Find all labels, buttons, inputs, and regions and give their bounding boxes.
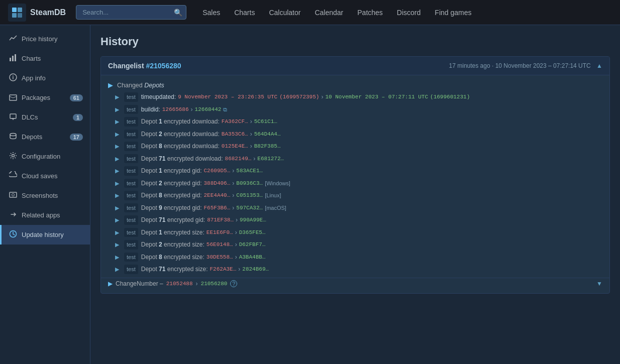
changelist-label: Changelist [108, 62, 146, 70]
sidebar-label-related-apps: Related apps [22, 211, 83, 219]
row-from: 0125E4E… [222, 142, 248, 151]
nav-sales[interactable]: Sales [196, 5, 226, 21]
sidebar-item-app-info[interactable]: i App info [0, 68, 90, 88]
row-label: Depot 2 encrypted download: [141, 130, 220, 139]
row-to: D365FE5… [239, 228, 266, 237]
footer-arrow: › [196, 280, 198, 287]
row-arrow: › [232, 191, 234, 200]
help-icon[interactable]: ? [230, 280, 237, 287]
search-button[interactable]: 🔍 [174, 9, 182, 17]
row-from: 12665686 [162, 105, 189, 114]
row-platform: [macOS] [265, 204, 286, 212]
nav-calculator[interactable]: Calculator [263, 5, 306, 21]
app-info-icon: i [9, 73, 18, 83]
section-toggle-icon[interactable]: ▶ [108, 81, 113, 89]
row-to-id: (1699601231) [430, 93, 470, 101]
sidebar-label-app-info: App info [22, 74, 83, 82]
row-arrow: › [250, 130, 252, 139]
row-tag: test [124, 92, 138, 102]
row-to: 597CA32… [236, 204, 263, 212]
changelist-time: 17 minutes ago · 10 November 2023 – 07:2… [449, 62, 602, 69]
nav-patches[interactable]: Patches [351, 5, 389, 21]
row-from: F262A3E… [210, 265, 237, 274]
row-arrow: › [191, 105, 193, 114]
section-changed-value: Depots [144, 82, 164, 89]
row-expand-icon: ▶ [115, 142, 121, 151]
row-to: 2824B69… [242, 265, 269, 274]
table-row: ▶ test Depot 2 encrypted gid: 388D406… ›… [101, 177, 609, 190]
row-content: Depot 1 encrypted size: EE1E6F0… › D365F… [141, 228, 266, 237]
row-content: Depot 1 encrypted download: FA362CF… › 5… [141, 117, 277, 126]
row-arrow: › [235, 240, 237, 249]
row-tag: test [124, 265, 138, 274]
row-arrow: › [253, 154, 255, 163]
table-row: ▶ test Depot 1 encrypted download: FA362… [101, 115, 609, 128]
row-content: buildid: 12665686 › 12668442 ⧉ [141, 105, 228, 114]
sidebar-label-price-history: Price history [22, 35, 83, 43]
row-content: Depot 2 encrypted download: BA353C6… › 5… [141, 130, 281, 139]
row-to: 12668442 [195, 105, 222, 114]
nav-discord[interactable]: Discord [391, 5, 427, 21]
search-input[interactable] [76, 5, 186, 20]
table-row: ▶ test Depot 71 encrypted download: 8682… [101, 153, 609, 165]
row-tag: test [124, 203, 138, 213]
svg-point-16 [12, 194, 15, 196]
svg-rect-15 [10, 192, 17, 197]
row-tag: test [124, 130, 138, 139]
row-content: Depot 71 encrypted gid: 871EF38… › 990A9… [141, 215, 266, 224]
sidebar-label-update-history: Update history [22, 231, 83, 238]
sidebar-item-charts[interactable]: Charts [0, 49, 90, 68]
sidebar-item-cloud-saves[interactable]: Cloud saves [0, 166, 90, 186]
changelist-number[interactable]: #21056280 [146, 62, 181, 70]
copy-icon[interactable]: ⧉ [223, 105, 227, 114]
nav-calendar[interactable]: Calendar [308, 5, 349, 21]
nav-find-games[interactable]: Find games [429, 5, 477, 21]
sidebar-item-packages[interactable]: Packages 61 [0, 88, 90, 107]
packages-icon [9, 93, 18, 102]
logo-icon [8, 4, 26, 22]
row-key: timeupdated: [141, 92, 176, 101]
row-label: Depot 71 encrypted gid: [141, 215, 205, 224]
sidebar-item-price-history[interactable]: Price history [0, 29, 90, 49]
scroll-hint-down: ▼ [596, 280, 602, 287]
table-row: ▶ test Depot 9 encrypted gid: F65F3B6… ›… [101, 202, 609, 214]
row-expand-icon: ▶ [115, 155, 121, 163]
sidebar-item-dlcs[interactable]: DLCs 1 [0, 107, 90, 127]
table-row: ▶ test Depot 8 encrypted gid: 2EE4A40… ›… [101, 189, 609, 202]
sidebar-item-related-apps[interactable]: Related apps [0, 205, 90, 225]
section-label: Changed Depots [117, 82, 164, 89]
svg-rect-1 [18, 8, 22, 12]
row-expand-icon: ▶ [115, 204, 121, 212]
row-content: Depot 8 encrypted size: 30DE558… › A3BA4… [141, 253, 266, 262]
row-to: 990A99E… [240, 216, 266, 224]
table-row: ▶ test Depot 8 encrypted download: 0125E… [101, 140, 609, 153]
svg-rect-3 [18, 13, 22, 18]
row-arrow: › [235, 253, 237, 262]
footer-from: 21052488 [166, 281, 193, 287]
table-row: ▶ test Depot 71 encrypted gid: 871EF38… … [101, 214, 609, 226]
row-from: 388D406… [204, 179, 231, 188]
row-label: Depot 8 encrypted size: [141, 253, 204, 262]
row-to: 583ACE1… [236, 167, 263, 175]
sidebar-item-depots[interactable]: Depots 17 [0, 127, 90, 147]
sidebar-item-update-history[interactable]: Update history [0, 225, 90, 245]
configuration-icon [9, 152, 18, 161]
table-row: ▶ test timeupdated: 9 November 2023 – 23… [101, 91, 609, 103]
nav-charts[interactable]: Charts [228, 5, 261, 21]
screenshots-icon [9, 191, 18, 200]
depots-icon [9, 132, 18, 142]
row-expand-icon: ▶ [115, 216, 121, 224]
row-label: Depot 1 encrypted download: [141, 117, 220, 126]
sidebar-item-screenshots[interactable]: Screenshots [0, 186, 90, 205]
content-area: History Changelist #21056280 17 minutes … [90, 25, 620, 364]
sidebar-item-configuration[interactable]: Configuration [0, 147, 90, 166]
row-tag: test [124, 154, 138, 164]
row-tag: test [124, 191, 138, 200]
row-tag: test [124, 228, 138, 237]
row-from: 8682149… [225, 155, 252, 163]
dlcs-icon [9, 112, 18, 122]
row-arrow: › [321, 92, 323, 101]
svg-rect-4 [10, 58, 11, 61]
logo[interactable]: SteamDB [8, 4, 66, 22]
row-label: Depot 9 encrypted gid: [141, 203, 202, 212]
